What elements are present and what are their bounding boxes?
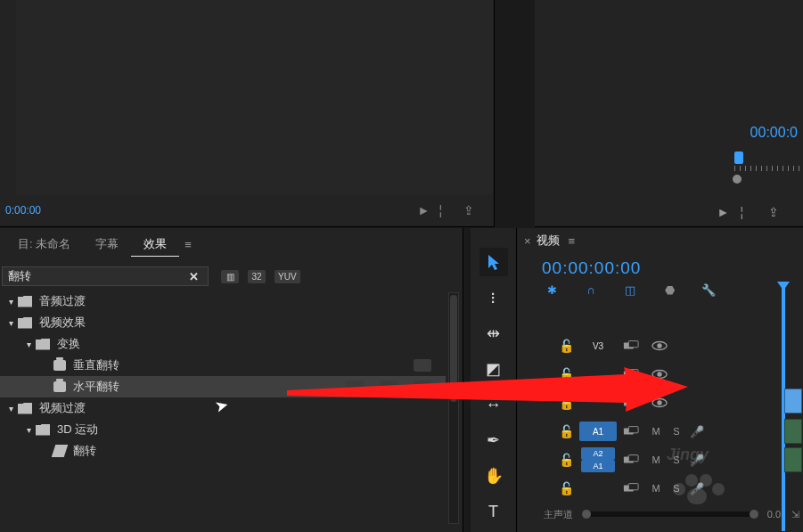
twisty-icon[interactable]: ▾ [5,404,16,413]
effects-tree-row[interactable]: ▾3D 运动 [0,419,446,440]
yuv-badge[interactable]: YUV [274,270,300,283]
zoom-handle-icon[interactable] [733,175,742,184]
clear-search-icon[interactable]: ✕ [185,270,202,283]
program-scrub-bar[interactable] [734,151,801,178]
track-target-toggle[interactable] [579,364,617,384]
twisty-icon[interactable]: ▾ [5,318,16,328]
audio-clip-2[interactable] [784,447,802,472]
solo-toggle[interactable]: S [667,474,686,503]
ripple-edit-tool[interactable]: ⇹ [479,319,508,348]
audio-clip-1[interactable] [784,419,802,444]
effects-tree-row[interactable]: 垂直翻转 [0,355,446,376]
close-tab-icon[interactable]: × [524,234,531,248]
pen-tool[interactable]: ✒ [479,426,508,454]
nest-sequence-icon[interactable]: ✱ [544,282,560,298]
track-visibility-icon[interactable] [645,389,674,417]
selection-tool[interactable] [479,248,508,276]
track-target-toggle[interactable]: A1 [579,422,617,441]
sync-lock-icon[interactable] [617,331,645,360]
slip-tool[interactable]: ↔ [479,390,508,419]
timeline-expand-icon[interactable]: ⇲ [791,509,799,520]
track-visibility-icon[interactable] [645,331,674,360]
hand-tool[interactable]: ✋ [479,462,508,490]
track-target-toggle[interactable] [579,479,617,498]
timeline-menu-icon[interactable]: ≡ [569,234,576,248]
effects-tree-row[interactable]: ▾视频过渡 [0,397,446,419]
track-target-toggle[interactable]: A2A1 [579,446,617,474]
track-lock-icon[interactable]: 🔓 [553,389,579,417]
markers-icon[interactable]: ⬣ [661,282,677,298]
video-clip[interactable] [784,389,802,413]
zoom-handle-right[interactable] [750,510,758,519]
voiceover-record-icon[interactable]: 🎤 [686,474,708,503]
track-lock-icon[interactable]: 🔓 [553,417,579,446]
voiceover-record-icon[interactable]: 🎤 [686,417,708,446]
type-tool[interactable]: T [479,497,508,526]
effects-tree-row[interactable]: ▾变换 [0,333,446,355]
timeline-settings-icon[interactable]: 🔧 [701,282,717,298]
video-track-header[interactable]: 🔓V3 [553,331,784,360]
effect-badges [414,359,431,372]
track-target-toggle[interactable]: V3 [579,336,617,356]
mute-toggle[interactable]: M [645,417,667,446]
snap-icon[interactable]: ∩ [583,282,599,298]
program-export-icon[interactable]: ⇪ [768,205,790,219]
linked-selection-icon[interactable]: ◫ [622,282,638,298]
32bit-badge[interactable]: 32 [248,270,266,283]
audio-track-header[interactable]: 🔓A2A1MS🎤 [553,446,784,474]
sync-lock-icon[interactable] [617,474,645,503]
effects-tree-row[interactable]: ▾音频过渡 [0,291,446,312]
insert-icon[interactable]: ►¦ [418,203,452,217]
accel-fx-badge[interactable]: ▥ [221,270,239,283]
solo-toggle[interactable]: S [667,417,686,446]
track-lock-icon[interactable]: 🔓 [553,331,579,360]
twisty-icon[interactable]: ▾ [23,340,34,349]
source-monitor: 0:00:00 ►¦ ⇪ [0,0,495,227]
sync-lock-icon[interactable] [617,389,645,417]
effects-tree-row[interactable]: ▾视频效果 [0,312,446,333]
razor-tool[interactable]: ◩ [479,355,508,383]
effects-tree-row[interactable]: 水平翻转 [0,376,446,397]
program-insert-icon[interactable]: ►¦ [717,205,755,219]
premiere-ui: 0:00:00 ►¦ ⇪ 00:00:0 ►¦ ⇪ 目: 未命名 字幕 效果 ≡ [0,0,803,532]
effects-tree[interactable]: ▾音频过渡▾视频效果▾变换垂直翻转水平翻转▾视频过渡▾3D 运动翻转 [0,291,446,523]
tab-effects[interactable]: 效果 [131,233,179,257]
track-lock-icon[interactable]: 🔓 [553,446,579,474]
tab-project[interactable]: 目: 未命名 [5,233,83,256]
timeline-controls: ✱ ∩ ◫ ⬣ 🔧 [544,282,803,298]
video-track-header[interactable]: 🔓 [553,389,784,417]
source-timecode[interactable]: 0:00:00 [5,204,41,217]
effects-search-input[interactable]: 翻转 ✕ [2,266,209,286]
track-target-toggle[interactable] [579,393,617,413]
voiceover-record-icon[interactable]: 🎤 [686,446,708,474]
panel-menu-icon[interactable]: ≡ [184,238,192,251]
sequence-name[interactable]: 视频 [537,233,560,249]
sync-lock-icon[interactable] [617,446,645,474]
export-frame-icon[interactable]: ⇪ [463,203,483,217]
mute-toggle[interactable]: M [645,474,667,503]
sync-lock-icon[interactable] [617,360,645,389]
sync-lock-icon[interactable] [617,417,645,446]
track-visibility-icon[interactable] [645,360,674,389]
track-select-tool[interactable]: ⫶ [479,283,508,312]
twisty-icon[interactable]: ▾ [5,297,16,307]
preset-icon [53,360,66,371]
timeline-zoom-bar[interactable] [582,512,758,517]
effects-scrollbar[interactable] [448,292,459,524]
zoom-handle-left[interactable] [582,510,591,519]
effects-tree-row[interactable]: 翻转 [0,440,446,462]
track-lock-icon[interactable]: 🔓 [553,360,579,389]
playhead-icon[interactable] [734,151,743,164]
twisty-icon[interactable]: ▾ [23,425,34,435]
mute-toggle[interactable]: M [645,446,667,474]
tab-captions[interactable]: 字幕 [83,233,131,256]
program-timecode[interactable]: 00:00:0 [750,125,798,141]
scrollbar-thumb[interactable] [450,295,457,402]
audio-track-header[interactable]: 🔓MS🎤 [553,474,784,503]
solo-toggle[interactable]: S [667,446,686,474]
timeline-timecode[interactable]: 00:00:00:00 [542,258,803,278]
source-video-area[interactable] [16,0,493,194]
track-lock-icon[interactable]: 🔓 [553,474,579,503]
audio-track-header[interactable]: 🔓A1MS🎤 [553,417,784,446]
video-track-header[interactable]: 🔓 [553,360,784,389]
